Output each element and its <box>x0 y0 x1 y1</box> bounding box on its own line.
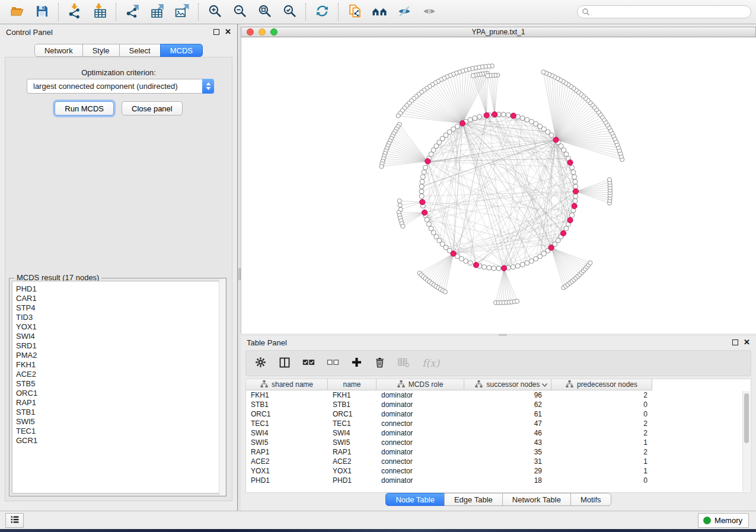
network-canvas[interactable] <box>241 37 756 334</box>
first-neighbors-button[interactable] <box>367 2 392 22</box>
export-table-button[interactable] <box>145 2 170 22</box>
zoom-fit-button[interactable] <box>252 2 277 22</box>
mcds-result-item[interactable]: YOX1 <box>12 322 223 332</box>
tab-style[interactable]: Style <box>82 44 120 57</box>
table-settings-button[interactable] <box>254 356 267 370</box>
plus-icon <box>351 357 362 370</box>
import-network-button[interactable] <box>62 2 87 22</box>
zoom-selected-button[interactable] <box>277 2 302 22</box>
mcds-result-item[interactable]: SWI4 <box>12 332 223 341</box>
mcds-result-item[interactable]: FKH1 <box>12 360 223 370</box>
tab-select[interactable]: Select <box>119 44 161 57</box>
column-header-MCDS-role[interactable]: MCDS role <box>377 379 464 390</box>
save-session-button[interactable] <box>30 2 55 22</box>
close-panel-button[interactable]: Close panel <box>122 101 183 116</box>
export-image-button[interactable] <box>170 2 194 22</box>
table-row[interactable]: ORC1ORC1dominator610 <box>246 409 751 419</box>
memory-button[interactable]: Memory <box>698 513 749 528</box>
mcds-result-item[interactable]: TEC1 <box>12 427 223 436</box>
mcds-result-item[interactable]: SRD1 <box>12 341 223 351</box>
delete-table-button[interactable] <box>397 357 410 370</box>
table-cell: FKH1 <box>328 390 377 400</box>
toolbar-separator <box>116 3 116 21</box>
table-row[interactable]: STB1STB1dominator620 <box>246 400 751 409</box>
task-history-button[interactable] <box>5 513 24 528</box>
mcds-result-item[interactable]: STB5 <box>12 379 223 389</box>
network-window-titlebar[interactable]: YPA_prune.txt_1 <box>241 27 756 37</box>
table-row[interactable]: PHD1PHD1dominator180 <box>246 476 751 485</box>
mcds-result-item[interactable]: PHD1 <box>12 281 223 294</box>
column-header-predecessor-nodes[interactable]: predecessor nodes <box>551 379 652 390</box>
mcds-result-item[interactable]: SWI5 <box>12 417 223 427</box>
table-row[interactable]: YOX1YOX1connector291 <box>246 466 751 476</box>
mcds-result-item[interactable]: PMA2 <box>12 351 223 360</box>
tab-network[interactable]: Network <box>34 44 83 57</box>
column-header-name[interactable]: name <box>328 379 377 390</box>
float-panel-icon[interactable] <box>732 339 738 345</box>
houses-icon <box>372 4 388 20</box>
table-cell: STB1 <box>328 400 377 409</box>
table-cell: PHD1 <box>328 476 377 485</box>
result-list-scrollbar[interactable] <box>219 279 225 495</box>
mcds-result-item[interactable]: ORC1 <box>12 389 223 398</box>
import-network-icon <box>68 4 82 20</box>
select-all-button[interactable] <box>302 358 315 368</box>
zoom-out-button[interactable] <box>227 2 252 22</box>
zoom-fit-icon <box>257 4 272 20</box>
open-file-button[interactable] <box>5 2 30 22</box>
deselect-all-button[interactable] <box>327 358 339 368</box>
run-mcds-button[interactable]: Run MCDS <box>55 101 114 116</box>
delete-column-button[interactable] <box>374 357 385 370</box>
mcds-result-list[interactable]: PHD1CAR1STP4TID3YOX1SWI4SRD1PMA2FKH1ACE2… <box>12 281 224 493</box>
mcds-result-item[interactable]: CAR1 <box>12 294 223 303</box>
search-input[interactable] <box>577 5 751 18</box>
tab-mcds[interactable]: MCDS <box>160 44 203 57</box>
table-row[interactable]: ACE2ACE2connector311 <box>246 457 751 466</box>
mcds-result-item[interactable]: ACE2 <box>12 370 223 379</box>
mcds-result-item[interactable]: STB1 <box>12 408 223 417</box>
chevron-down-icon[interactable] <box>542 380 547 389</box>
close-panel-icon[interactable]: ✕ <box>744 339 750 345</box>
hide-selected-button[interactable] <box>392 2 417 22</box>
table-cell: 2 <box>551 390 652 400</box>
table-row[interactable]: SWI5SWI5connector431 <box>246 438 751 447</box>
mcds-result-item[interactable]: GCR1 <box>12 436 223 446</box>
checked-boxes-icon <box>302 358 315 368</box>
tab-motifs[interactable]: Motifs <box>570 493 611 506</box>
tab-edge-table[interactable]: Edge Table <box>444 493 503 506</box>
control-panel-header: Control Panel ✕ <box>0 24 237 40</box>
tab-node-table[interactable]: Node Table <box>385 493 445 506</box>
table-row[interactable]: RAP1RAP1dominator352 <box>246 447 751 457</box>
float-panel-icon[interactable] <box>213 29 219 35</box>
tab-network-table[interactable]: Network Table <box>502 493 571 506</box>
export-network-button[interactable] <box>120 2 145 22</box>
table-row[interactable]: FKH1FKH1dominator962 <box>246 390 751 400</box>
column-header-shared-name[interactable]: shared name <box>246 379 328 390</box>
function-builder-button[interactable]: f(x) <box>422 357 439 369</box>
table-panel: Table Panel ✕ f(x) shared namenameMCDS r… <box>241 336 756 511</box>
table-cell: 96 <box>464 390 551 400</box>
zoom-in-button[interactable] <box>202 2 227 22</box>
table-cell: 61 <box>464 409 551 419</box>
scrollbar-thumb[interactable] <box>744 393 749 443</box>
clone-network-button[interactable] <box>342 2 367 22</box>
column-label: shared name <box>272 380 313 389</box>
table-row[interactable]: TEC1TEC1connector472 <box>246 419 751 428</box>
table-panel-header: Table Panel ✕ <box>241 336 756 349</box>
add-column-button[interactable] <box>351 357 362 370</box>
mcds-result-item[interactable]: RAP1 <box>12 398 223 408</box>
criterion-select[interactable]: largest connected component (undirected) <box>27 79 214 94</box>
refresh-view-button[interactable] <box>310 2 334 22</box>
import-table-button[interactable] <box>87 2 112 22</box>
network-window-title: YPA_prune.txt_1 <box>241 28 755 36</box>
close-panel-icon[interactable]: ✕ <box>225 29 231 35</box>
table-row[interactable]: SWI4SWI4dominator462 <box>246 428 751 438</box>
show-all-button[interactable] <box>417 2 442 22</box>
table-cell: 31 <box>464 457 551 466</box>
column-header-successor-nodes[interactable]: successor nodes <box>464 379 551 390</box>
mcds-result-item[interactable]: TID3 <box>12 313 223 322</box>
table-scrollbar[interactable] <box>742 391 750 492</box>
splitter-grip[interactable] <box>238 268 241 280</box>
mcds-result-item[interactable]: STP4 <box>12 303 223 313</box>
column-browser-button[interactable] <box>279 357 291 370</box>
